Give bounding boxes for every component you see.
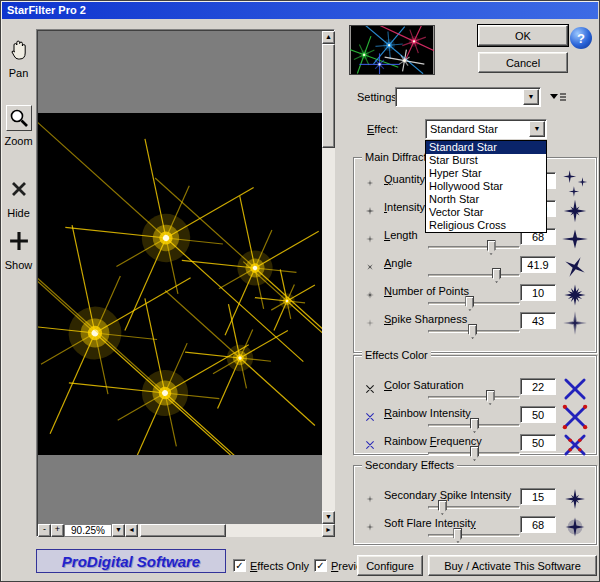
magnifier-icon (6, 105, 32, 131)
x-icon (6, 177, 32, 203)
preview-canvas[interactable] (38, 31, 322, 524)
effect-option[interactable]: Star Burst (426, 154, 546, 167)
vertical-scrollbar[interactable]: ▲ ▼ (322, 31, 335, 524)
blue-x-red-dots-icon (559, 429, 591, 461)
preview-bottom-bar: - + 90.25% ▼ ◄ ► (38, 524, 335, 537)
soft-flare-intensity-value-input[interactable] (520, 516, 556, 533)
preset-flyout-menu-icon[interactable] (549, 91, 567, 103)
effect-option[interactable]: Hyper Star (426, 167, 546, 180)
scroll-up-button[interactable]: ▲ (322, 31, 335, 44)
settings-combo-arrow-icon[interactable]: ▼ (523, 89, 539, 105)
thumbnail-image (349, 25, 435, 75)
settings-label: Settings: (357, 91, 400, 103)
logo-text: ProDigital Software (62, 553, 200, 570)
rainbow-frequency-value-input[interactable] (520, 434, 556, 451)
buy-activate-button[interactable]: Buy / Activate This Software (428, 555, 597, 576)
effect-option[interactable]: Religious Cross (426, 219, 546, 232)
horizontal-scrollbar[interactable] (138, 524, 322, 537)
slider-thumb[interactable] (486, 390, 495, 405)
slider-thumb[interactable] (470, 418, 479, 433)
slider-track (428, 396, 520, 399)
checkbox-check-icon[interactable]: ✓ (314, 559, 327, 572)
rainbow-intensity-slider[interactable] (428, 418, 520, 433)
slider-thumb[interactable] (453, 528, 462, 543)
zoom-dropdown-button[interactable]: ▼ (112, 524, 125, 537)
slider-track (428, 246, 520, 249)
sparkle-icon (362, 203, 378, 219)
preview-image (38, 113, 322, 455)
starfilter-dialog: StarFilter Pro 2 Pan Zoom Hide (0, 0, 600, 582)
vertical-scroll-thumb[interactable] (322, 44, 335, 148)
rainbow-frequency-row: Rainbow Frequency (354, 434, 596, 460)
zoom-in-button[interactable]: + (51, 524, 64, 537)
soft-flare-intensity-slider[interactable] (428, 528, 520, 543)
effect-option[interactable]: Standard Star (426, 141, 546, 154)
secondary-spike-intensity-slider[interactable] (428, 500, 520, 515)
title-bar[interactable]: StarFilter Pro 2 (2, 2, 598, 19)
pan-label: Pan (1, 67, 36, 79)
effect-combo-arrow-icon[interactable]: ▼ (529, 121, 545, 137)
slider-thumb[interactable] (468, 324, 477, 339)
soft-star-icon (559, 307, 591, 339)
spike-sharpness-value-input[interactable] (520, 312, 556, 329)
glow-star-icon (559, 511, 591, 543)
scroll-left-button[interactable]: ◄ (125, 524, 138, 537)
effect-option[interactable]: North Star (426, 193, 546, 206)
scroll-down-button[interactable]: ▼ (322, 511, 335, 524)
show-tool-button[interactable]: Show (1, 229, 36, 271)
length-slider[interactable] (428, 240, 520, 255)
slider-thumb[interactable] (487, 240, 496, 255)
horizontal-scroll-thumb[interactable] (140, 524, 226, 537)
sparkle-icon (362, 259, 378, 275)
secondary-effects-group: Secondary Effects Secondary Spike Intens… (353, 465, 597, 545)
show-label: Show (1, 259, 36, 271)
blue-x-icon (362, 437, 378, 453)
sparkle-icon (362, 175, 378, 191)
hide-tool-button[interactable]: Hide (1, 177, 36, 219)
sparkle-icon (362, 315, 378, 331)
number-of-points-value-input[interactable] (520, 284, 556, 301)
settings-combo[interactable]: ▼ (395, 87, 541, 107)
zoom-tool-button[interactable]: Zoom (1, 105, 36, 147)
secondary-spike-intensity-value-input[interactable] (520, 488, 556, 505)
effects-only-checkbox[interactable]: ✓ Effects Only (233, 559, 309, 572)
color-saturation-value-input[interactable] (520, 378, 556, 395)
slider-thumb[interactable] (470, 446, 479, 461)
plus-icon (6, 229, 32, 255)
sparkle-icon (362, 519, 378, 535)
color-saturation-slider[interactable] (428, 390, 520, 405)
spike-sharpness-slider[interactable] (428, 324, 520, 339)
pan-tool-button[interactable]: Pan (1, 37, 36, 79)
length-label: Length (384, 229, 418, 241)
soft-flare-intensity-row: Soft Flare Intensity (354, 516, 596, 542)
slider-thumb[interactable] (492, 268, 501, 283)
effect-option[interactable]: Vector Star (426, 206, 546, 219)
spike-sharpness-row: Spike Sharpness (354, 312, 596, 338)
checkbox-check-icon[interactable]: ✓ (233, 559, 246, 572)
effect-combo[interactable]: Standard Star ▼ (425, 119, 547, 139)
x-cross-icon (362, 381, 378, 397)
effects-only-label: Effects Only (250, 560, 309, 572)
quantity-label: Quantity (384, 173, 425, 185)
prodigital-logo: ProDigital Software (36, 549, 226, 573)
effect-dropdown-list: Standard Star Star Burst Hyper Star Holl… (425, 140, 547, 233)
zoom-level-field[interactable]: 90.25% (64, 524, 112, 537)
intensity-label: Intensity (384, 201, 425, 213)
cancel-button[interactable]: Cancel (478, 52, 568, 73)
rainbow-intensity-value-input[interactable] (520, 406, 556, 423)
slider-track (428, 274, 520, 277)
angle-slider[interactable] (428, 268, 520, 283)
effect-option[interactable]: Hollywood Star (426, 180, 546, 193)
angle-value-input[interactable] (520, 256, 556, 273)
sparkle-icon (362, 231, 378, 247)
ok-button[interactable]: OK (478, 25, 568, 46)
slider-track (428, 534, 520, 537)
scroll-right-button[interactable]: ► (322, 524, 335, 537)
slider-thumb[interactable] (438, 500, 447, 515)
help-button[interactable]: ? (570, 27, 592, 49)
configure-button[interactable]: Configure (357, 555, 423, 576)
zoom-out-button[interactable]: - (38, 524, 51, 537)
number-of-points-slider[interactable] (428, 296, 520, 311)
preview-pane: ▲ ▼ - + 90.25% ▼ ◄ ► (36, 29, 335, 537)
slider-thumb[interactable] (465, 296, 474, 311)
